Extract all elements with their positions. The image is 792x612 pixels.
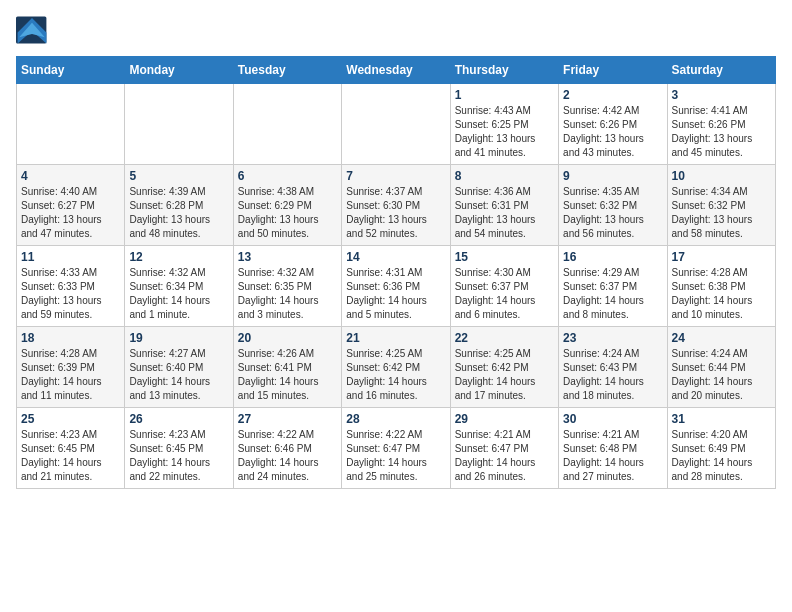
calendar-cell: 28Sunrise: 4:22 AM Sunset: 6:47 PM Dayli…	[342, 408, 450, 489]
day-number: 25	[21, 412, 120, 426]
calendar-cell: 20Sunrise: 4:26 AM Sunset: 6:41 PM Dayli…	[233, 327, 341, 408]
calendar-cell: 8Sunrise: 4:36 AM Sunset: 6:31 PM Daylig…	[450, 165, 558, 246]
day-info: Sunrise: 4:23 AM Sunset: 6:45 PM Dayligh…	[21, 428, 120, 484]
calendar-cell: 26Sunrise: 4:23 AM Sunset: 6:45 PM Dayli…	[125, 408, 233, 489]
day-info: Sunrise: 4:35 AM Sunset: 6:32 PM Dayligh…	[563, 185, 662, 241]
day-number: 5	[129, 169, 228, 183]
calendar-cell	[233, 84, 341, 165]
day-number: 20	[238, 331, 337, 345]
calendar-cell: 9Sunrise: 4:35 AM Sunset: 6:32 PM Daylig…	[559, 165, 667, 246]
calendar-cell: 19Sunrise: 4:27 AM Sunset: 6:40 PM Dayli…	[125, 327, 233, 408]
day-number: 15	[455, 250, 554, 264]
day-info: Sunrise: 4:38 AM Sunset: 6:29 PM Dayligh…	[238, 185, 337, 241]
day-header-sunday: Sunday	[17, 57, 125, 84]
day-info: Sunrise: 4:22 AM Sunset: 6:47 PM Dayligh…	[346, 428, 445, 484]
calendar-cell: 29Sunrise: 4:21 AM Sunset: 6:47 PM Dayli…	[450, 408, 558, 489]
calendar-cell: 22Sunrise: 4:25 AM Sunset: 6:42 PM Dayli…	[450, 327, 558, 408]
calendar-week-1: 1Sunrise: 4:43 AM Sunset: 6:25 PM Daylig…	[17, 84, 776, 165]
day-header-monday: Monday	[125, 57, 233, 84]
calendar-cell: 24Sunrise: 4:24 AM Sunset: 6:44 PM Dayli…	[667, 327, 775, 408]
calendar-cell: 14Sunrise: 4:31 AM Sunset: 6:36 PM Dayli…	[342, 246, 450, 327]
day-info: Sunrise: 4:23 AM Sunset: 6:45 PM Dayligh…	[129, 428, 228, 484]
day-info: Sunrise: 4:36 AM Sunset: 6:31 PM Dayligh…	[455, 185, 554, 241]
day-number: 18	[21, 331, 120, 345]
day-info: Sunrise: 4:37 AM Sunset: 6:30 PM Dayligh…	[346, 185, 445, 241]
calendar-cell: 30Sunrise: 4:21 AM Sunset: 6:48 PM Dayli…	[559, 408, 667, 489]
day-info: Sunrise: 4:43 AM Sunset: 6:25 PM Dayligh…	[455, 104, 554, 160]
calendar-cell: 4Sunrise: 4:40 AM Sunset: 6:27 PM Daylig…	[17, 165, 125, 246]
day-number: 31	[672, 412, 771, 426]
day-number: 12	[129, 250, 228, 264]
day-number: 28	[346, 412, 445, 426]
day-info: Sunrise: 4:21 AM Sunset: 6:47 PM Dayligh…	[455, 428, 554, 484]
day-number: 19	[129, 331, 228, 345]
day-header-friday: Friday	[559, 57, 667, 84]
day-info: Sunrise: 4:32 AM Sunset: 6:35 PM Dayligh…	[238, 266, 337, 322]
day-number: 17	[672, 250, 771, 264]
day-number: 16	[563, 250, 662, 264]
day-number: 23	[563, 331, 662, 345]
calendar-cell: 3Sunrise: 4:41 AM Sunset: 6:26 PM Daylig…	[667, 84, 775, 165]
calendar-cell: 27Sunrise: 4:22 AM Sunset: 6:46 PM Dayli…	[233, 408, 341, 489]
calendar-cell	[17, 84, 125, 165]
day-number: 27	[238, 412, 337, 426]
calendar-header: SundayMondayTuesdayWednesdayThursdayFrid…	[17, 57, 776, 84]
day-number: 6	[238, 169, 337, 183]
day-info: Sunrise: 4:22 AM Sunset: 6:46 PM Dayligh…	[238, 428, 337, 484]
day-info: Sunrise: 4:28 AM Sunset: 6:38 PM Dayligh…	[672, 266, 771, 322]
day-number: 14	[346, 250, 445, 264]
calendar-cell: 11Sunrise: 4:33 AM Sunset: 6:33 PM Dayli…	[17, 246, 125, 327]
calendar-week-5: 25Sunrise: 4:23 AM Sunset: 6:45 PM Dayli…	[17, 408, 776, 489]
day-number: 21	[346, 331, 445, 345]
calendar-cell: 2Sunrise: 4:42 AM Sunset: 6:26 PM Daylig…	[559, 84, 667, 165]
day-number: 22	[455, 331, 554, 345]
calendar-cell: 16Sunrise: 4:29 AM Sunset: 6:37 PM Dayli…	[559, 246, 667, 327]
day-info: Sunrise: 4:39 AM Sunset: 6:28 PM Dayligh…	[129, 185, 228, 241]
day-info: Sunrise: 4:29 AM Sunset: 6:37 PM Dayligh…	[563, 266, 662, 322]
day-number: 10	[672, 169, 771, 183]
day-header-wednesday: Wednesday	[342, 57, 450, 84]
calendar-week-3: 11Sunrise: 4:33 AM Sunset: 6:33 PM Dayli…	[17, 246, 776, 327]
day-number: 11	[21, 250, 120, 264]
calendar-body: 1Sunrise: 4:43 AM Sunset: 6:25 PM Daylig…	[17, 84, 776, 489]
calendar-week-2: 4Sunrise: 4:40 AM Sunset: 6:27 PM Daylig…	[17, 165, 776, 246]
calendar-cell: 15Sunrise: 4:30 AM Sunset: 6:37 PM Dayli…	[450, 246, 558, 327]
day-info: Sunrise: 4:21 AM Sunset: 6:48 PM Dayligh…	[563, 428, 662, 484]
logo-icon	[16, 16, 48, 44]
calendar-cell: 31Sunrise: 4:20 AM Sunset: 6:49 PM Dayli…	[667, 408, 775, 489]
day-info: Sunrise: 4:27 AM Sunset: 6:40 PM Dayligh…	[129, 347, 228, 403]
day-info: Sunrise: 4:42 AM Sunset: 6:26 PM Dayligh…	[563, 104, 662, 160]
calendar-cell: 13Sunrise: 4:32 AM Sunset: 6:35 PM Dayli…	[233, 246, 341, 327]
day-info: Sunrise: 4:25 AM Sunset: 6:42 PM Dayligh…	[346, 347, 445, 403]
day-number: 24	[672, 331, 771, 345]
calendar-cell: 5Sunrise: 4:39 AM Sunset: 6:28 PM Daylig…	[125, 165, 233, 246]
calendar-week-4: 18Sunrise: 4:28 AM Sunset: 6:39 PM Dayli…	[17, 327, 776, 408]
day-info: Sunrise: 4:30 AM Sunset: 6:37 PM Dayligh…	[455, 266, 554, 322]
day-number: 13	[238, 250, 337, 264]
calendar-cell: 10Sunrise: 4:34 AM Sunset: 6:32 PM Dayli…	[667, 165, 775, 246]
calendar-cell	[342, 84, 450, 165]
day-number: 26	[129, 412, 228, 426]
day-headers-row: SundayMondayTuesdayWednesdayThursdayFrid…	[17, 57, 776, 84]
day-number: 2	[563, 88, 662, 102]
calendar-cell: 25Sunrise: 4:23 AM Sunset: 6:45 PM Dayli…	[17, 408, 125, 489]
day-header-tuesday: Tuesday	[233, 57, 341, 84]
day-info: Sunrise: 4:31 AM Sunset: 6:36 PM Dayligh…	[346, 266, 445, 322]
day-info: Sunrise: 4:20 AM Sunset: 6:49 PM Dayligh…	[672, 428, 771, 484]
day-number: 29	[455, 412, 554, 426]
day-info: Sunrise: 4:24 AM Sunset: 6:43 PM Dayligh…	[563, 347, 662, 403]
calendar-cell: 21Sunrise: 4:25 AM Sunset: 6:42 PM Dayli…	[342, 327, 450, 408]
day-number: 9	[563, 169, 662, 183]
calendar-table: SundayMondayTuesdayWednesdayThursdayFrid…	[16, 56, 776, 489]
day-info: Sunrise: 4:33 AM Sunset: 6:33 PM Dayligh…	[21, 266, 120, 322]
day-info: Sunrise: 4:34 AM Sunset: 6:32 PM Dayligh…	[672, 185, 771, 241]
day-info: Sunrise: 4:25 AM Sunset: 6:42 PM Dayligh…	[455, 347, 554, 403]
day-info: Sunrise: 4:28 AM Sunset: 6:39 PM Dayligh…	[21, 347, 120, 403]
day-header-thursday: Thursday	[450, 57, 558, 84]
day-number: 7	[346, 169, 445, 183]
day-info: Sunrise: 4:32 AM Sunset: 6:34 PM Dayligh…	[129, 266, 228, 322]
day-info: Sunrise: 4:41 AM Sunset: 6:26 PM Dayligh…	[672, 104, 771, 160]
day-number: 30	[563, 412, 662, 426]
day-info: Sunrise: 4:40 AM Sunset: 6:27 PM Dayligh…	[21, 185, 120, 241]
day-header-saturday: Saturday	[667, 57, 775, 84]
